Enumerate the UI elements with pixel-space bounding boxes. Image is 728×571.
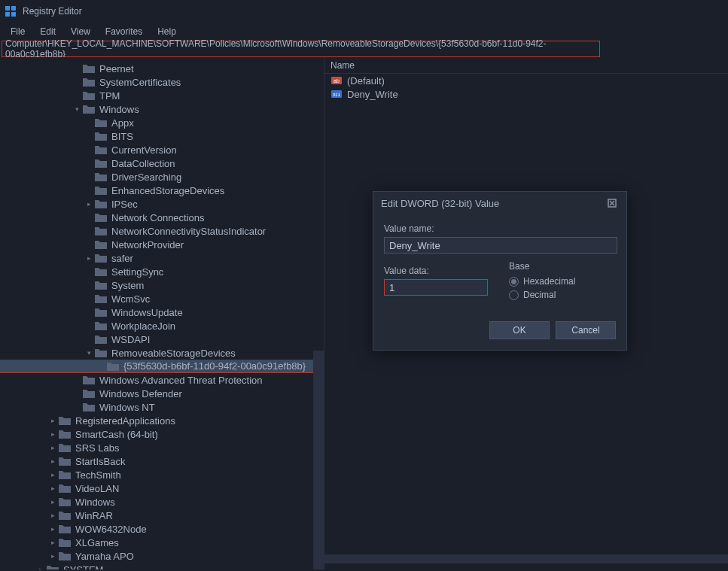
chevron-right-icon[interactable]: ▸ <box>48 552 57 560</box>
values-scrollbar[interactable] <box>324 554 728 563</box>
tree-item[interactable]: Windows NT <box>0 400 324 414</box>
tree-item-label: System <box>111 280 144 291</box>
folder-icon <box>59 524 71 534</box>
chevron-right-icon[interactable]: ▸ <box>84 200 93 208</box>
tree-item[interactable]: CurrentVersion <box>0 143 324 156</box>
folder-icon <box>95 172 107 182</box>
tree-item[interactable]: ▸XLGames <box>0 536 324 549</box>
tree-item-label: SYSTEM <box>63 564 103 570</box>
chevron-right-icon[interactable]: ▸ <box>84 254 93 262</box>
tree-item-label: WOW6432Node <box>75 524 147 535</box>
dword-value-icon: 011 <box>330 88 343 100</box>
value-row[interactable]: 011Deny_Write <box>324 87 728 101</box>
tree-item[interactable]: ▸SYSTEM <box>0 563 324 569</box>
tree-item[interactable]: WorkplaceJoin <box>0 319 324 333</box>
folder-icon <box>95 185 107 196</box>
address-path: Computer\HKEY_LOCAL_MACHINE\SOFTWARE\Pol… <box>5 38 596 59</box>
folder-icon <box>95 348 107 358</box>
chevron-right-icon[interactable]: ▸ <box>48 417 57 424</box>
tree-item[interactable]: DataCollection <box>0 156 324 170</box>
tree-item[interactable]: Windows Advanced Threat Protection <box>0 373 324 387</box>
tree-item[interactable]: Peernet <box>0 62 324 75</box>
tree-item[interactable]: ▸Windows <box>0 495 324 509</box>
tree-item[interactable]: ▸WinRAR <box>0 509 324 522</box>
folder-icon <box>95 239 107 250</box>
tree-item[interactable]: ▸IPSec <box>0 197 324 211</box>
chevron-down-icon[interactable]: ▾ <box>72 105 81 113</box>
folder-icon <box>95 307 107 317</box>
tree-item[interactable]: ▸RegisteredApplications <box>0 414 324 427</box>
tree-item[interactable]: ▸SmartCash (64-bit) <box>0 427 324 441</box>
tree-item-label: RemoveableStorageDevices <box>111 348 236 359</box>
tree-item[interactable]: Appx <box>0 116 324 129</box>
tree-item[interactable]: ▸safer <box>0 251 324 265</box>
tree-item-label: Peernet <box>99 63 134 74</box>
tree-item-label: SmartCash (64-bit) <box>75 429 158 440</box>
tree-item[interactable]: SystemCertificates <box>0 75 324 89</box>
value-name-label: Value name: <box>384 223 616 234</box>
tree-item[interactable]: {53f5630d-b6bf-11d0-94f2-00a0c91efb8b} <box>0 360 324 373</box>
chevron-right-icon[interactable]: ▸ <box>48 484 57 492</box>
tree-item[interactable]: WindowsUpdate <box>0 305 324 319</box>
tree-item-label: BITS <box>111 131 133 142</box>
menu-view[interactable]: View <box>65 25 96 38</box>
app-icon <box>5 5 17 17</box>
tree-item[interactable]: TPM <box>0 89 324 102</box>
tree-item[interactable]: NetworkProvider <box>0 238 324 251</box>
values-header[interactable]: Name <box>324 57 728 74</box>
value-data-field[interactable] <box>384 279 488 296</box>
registry-tree[interactable]: PeernetSystemCertificatesTPM▾WindowsAppx… <box>0 62 324 569</box>
tree-item[interactable]: NetworkConnectivityStatusIndicator <box>0 224 324 238</box>
folder-icon <box>83 63 95 74</box>
edit-dword-dialog: Edit DWORD (32-bit) Value Value name: Va… <box>373 191 627 351</box>
chevron-right-icon[interactable]: ▸ <box>36 566 45 569</box>
chevron-right-icon[interactable]: ▸ <box>48 539 57 546</box>
tree-item[interactable]: ▾RemoveableStorageDevices <box>0 346 324 360</box>
tree-item[interactable]: EnhancedStorageDevices <box>0 184 324 197</box>
values-list: ab(Default)011Deny_Write <box>324 74 728 101</box>
tree-scrollbar[interactable] <box>313 351 324 569</box>
chevron-right-icon[interactable]: ▸ <box>48 444 57 451</box>
tree-item[interactable]: ▸Yamaha APO <box>0 549 324 563</box>
chevron-right-icon[interactable]: ▸ <box>48 430 57 438</box>
chevron-right-icon[interactable]: ▸ <box>48 512 57 519</box>
radio-decimal[interactable]: Decimal <box>509 290 575 300</box>
radio-dec-label: Decimal <box>523 290 556 300</box>
chevron-down-icon[interactable]: ▾ <box>84 349 93 357</box>
tree-item[interactable]: ▸VideoLAN <box>0 481 324 495</box>
tree-item[interactable]: Network Connections <box>0 211 324 224</box>
tree-item[interactable]: ▾Windows <box>0 102 324 116</box>
tree-item[interactable]: SettingSync <box>0 265 324 278</box>
menu-help[interactable]: Help <box>151 25 182 38</box>
tree-item[interactable]: WcmSvc <box>0 292 324 305</box>
tree-item-label: DataCollection <box>111 158 175 169</box>
menu-favorites[interactable]: Favorites <box>99 25 148 38</box>
folder-icon <box>83 402 95 412</box>
ok-button[interactable]: OK <box>489 321 550 339</box>
dialog-body: Value name: Value data: Base Hexadecimal… <box>373 214 626 350</box>
chevron-right-icon[interactable]: ▸ <box>48 457 57 465</box>
tree-item[interactable]: System <box>0 278 324 292</box>
tree-item[interactable]: BITS <box>0 129 324 143</box>
close-icon[interactable] <box>605 196 619 210</box>
tree-item[interactable]: ▸WOW6432Node <box>0 522 324 536</box>
dialog-title: Edit DWORD (32-bit) Value <box>381 198 499 209</box>
cancel-button[interactable]: Cancel <box>556 321 616 339</box>
value-name-field[interactable] <box>384 237 617 254</box>
menu-edit[interactable]: Edit <box>34 25 62 38</box>
tree-item[interactable]: WSDAPI <box>0 333 324 346</box>
chevron-right-icon[interactable]: ▸ <box>48 525 57 533</box>
radio-hexadecimal[interactable]: Hexadecimal <box>509 276 575 287</box>
tree-item[interactable]: ▸SRS Labs <box>0 441 324 454</box>
tree-item[interactable]: ▸TechSmith <box>0 468 324 481</box>
tree-item[interactable]: DriverSearching <box>0 170 324 184</box>
tree-item-label: NetworkConnectivityStatusIndicator <box>111 226 266 237</box>
tree-item-label: WindowsUpdate <box>111 307 183 318</box>
tree-item[interactable]: Windows Defender <box>0 387 324 400</box>
address-bar[interactable]: Computer\HKEY_LOCAL_MACHINE\SOFTWARE\Pol… <box>2 41 600 57</box>
tree-item[interactable]: ▸StartIsBack <box>0 454 324 468</box>
value-row[interactable]: ab(Default) <box>324 74 728 87</box>
chevron-right-icon[interactable]: ▸ <box>48 498 57 506</box>
menu-file[interactable]: File <box>5 25 31 38</box>
chevron-right-icon[interactable]: ▸ <box>48 471 57 478</box>
